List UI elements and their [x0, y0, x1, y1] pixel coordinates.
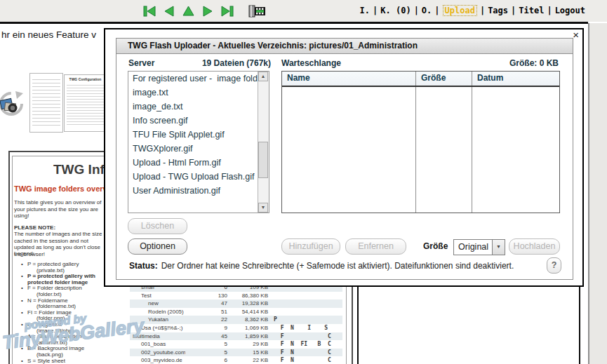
- info-intro-text: This table gives you an overview of your…: [14, 199, 108, 220]
- queue-label: Warteschlange: [281, 58, 341, 68]
- doc-thumbnail-2[interactable]: TWG Configuration: [64, 74, 107, 132]
- link-tags[interactable]: Tags: [488, 6, 508, 15]
- slideshow-icon[interactable]: [248, 4, 266, 18]
- separator: |: [508, 6, 519, 15]
- flash-uploader: TWG Flash Uploader - Aktuelles Verzeichn…: [116, 38, 573, 280]
- bullet: •: [21, 262, 23, 268]
- queue-col-date: [472, 87, 559, 213]
- link-logout[interactable]: Logout: [555, 6, 585, 15]
- legend-label: Legend:: [14, 250, 34, 257]
- server-header: Server 19 Dateien (767k): [128, 58, 271, 68]
- legend-item: •A = Album description(albuml/r.txt): [21, 334, 100, 346]
- table-row: 001_boas529 KB F N FI B C: [130, 340, 342, 349]
- file-list-item[interactable]: TFU File Split Applet.gif: [128, 128, 269, 142]
- table-row: 003_myvideo.de622 KB F N C: [130, 356, 342, 364]
- legend-item: •N = Foldername(foldername.txt): [21, 298, 100, 310]
- up-folder-icon[interactable]: [182, 6, 194, 17]
- server-label: Server: [128, 58, 154, 68]
- bullet: •: [21, 346, 23, 352]
- file-list-item[interactable]: Upload - TWG Upload Flash.gif: [128, 170, 269, 184]
- chevron-down-icon[interactable]: ▼: [492, 240, 505, 255]
- link-upload[interactable]: Upload: [443, 5, 477, 16]
- file-list-item[interactable]: For registered user - image fold: [128, 72, 269, 86]
- legend-item: •S = Style sheet(style.css): [21, 358, 100, 364]
- file-list-item[interactable]: User Administration.gif: [128, 184, 269, 198]
- file-list-item[interactable]: TWGXplorer.gif: [128, 142, 269, 156]
- queue-table-body: [282, 87, 559, 213]
- separator: |: [432, 6, 442, 15]
- size-label: Größe: [423, 241, 448, 251]
- upload-button[interactable]: Hochladen: [509, 238, 560, 255]
- bullet: •: [21, 298, 23, 304]
- first-image-icon[interactable]: [143, 6, 156, 17]
- queue-col-size: [415, 87, 472, 213]
- link-comments[interactable]: K. (0): [380, 6, 411, 15]
- status-bar: Status:Der Ordner hat keine Schreibrecht…: [129, 261, 540, 271]
- thumbnail-content: [32, 76, 60, 126]
- thumbnail-title: TWG Configuration: [65, 77, 106, 81]
- close-icon[interactable]: ×: [573, 29, 579, 40]
- legend-item: •P = protected gallery(private.txt): [21, 262, 100, 274]
- add-button[interactable]: Hinzufügen: [281, 238, 340, 255]
- top-toolbar: I.|K. (0)|O.|Upload|Tags|Titel|Logout: [0, 0, 607, 22]
- queue-col-name: [282, 87, 415, 213]
- table-row: Test13086,380 KB: [130, 292, 342, 300]
- bullet: •: [21, 274, 23, 280]
- bullet: •: [21, 322, 23, 328]
- table-row: Multimedia451,859 KB F C: [130, 332, 342, 341]
- column-size[interactable]: Größe: [415, 72, 472, 86]
- right-margin: [589, 23, 607, 364]
- queue-table: Name Größe Datum: [281, 71, 560, 213]
- nav-icons: [143, 4, 266, 18]
- separator: |: [370, 6, 380, 15]
- link-info[interactable]: I.: [360, 6, 370, 15]
- doc-thumbnail-1[interactable]: [29, 73, 63, 133]
- remove-button[interactable]: Enfernen: [345, 238, 406, 255]
- toolbar-divider: [0, 22, 588, 24]
- legend-item: •I = Image text(image.txt/php): [21, 322, 100, 334]
- table-row: Yukatan228,362 KBP: [130, 316, 342, 324]
- table-row: Rodeln (2005)5154,414 KB: [130, 308, 342, 316]
- folder-overview-table: small6109 KB Test13086,380 KB new4719,32…: [130, 283, 342, 364]
- column-name[interactable]: Name: [282, 72, 415, 86]
- page: I.|K. (0)|O.|Upload|Tags|Titel|Logout hr…: [0, 0, 607, 364]
- queue-header: Warteschlange Größe: 0 KB: [281, 58, 559, 68]
- thumbnail-content: [67, 83, 104, 126]
- scrollbar[interactable]: ▲ ▼: [258, 72, 269, 213]
- size-selected-value: Original: [454, 240, 492, 255]
- file-list-item[interactable]: Upload - Html Form.gif: [128, 156, 269, 170]
- size-select[interactable]: Original ▼: [453, 239, 505, 255]
- legend-item: •F = Folder description(folder.txt): [21, 285, 100, 297]
- next-image-icon[interactable]: [202, 6, 213, 17]
- toolbar-links: I.|K. (0)|O.|Upload|Tags|Titel|Logout: [360, 6, 585, 15]
- server-file-count: 19 Dateien (767k): [202, 58, 271, 68]
- right-margin-border: [588, 23, 589, 364]
- file-list-item[interactable]: image.txt: [128, 86, 269, 100]
- legend-list: •P = protected gallery(private.txt) •P =…: [21, 262, 100, 364]
- legend-item: •P = protected gallery with protected fo…: [21, 274, 100, 285]
- legend-item: •FI = Folder image(folder.png): [21, 310, 100, 322]
- table-row: new4719,328 KB: [130, 299, 342, 308]
- previous-image-icon[interactable]: [164, 6, 175, 17]
- separator: |: [544, 6, 554, 15]
- scroll-down-icon[interactable]: ▼: [258, 203, 268, 213]
- last-image-icon[interactable]: [221, 6, 234, 17]
- link-options[interactable]: O.: [422, 6, 432, 15]
- background-text-fragment: hr ein neues Feature v: [1, 29, 96, 40]
- queue-table-header: Name Größe Datum: [282, 72, 559, 87]
- link-titel[interactable]: Titel: [519, 6, 544, 15]
- file-list-item[interactable]: image_de.txt: [128, 100, 269, 114]
- status-label: Status:: [129, 261, 158, 271]
- column-date[interactable]: Datum: [472, 72, 559, 86]
- bullet: •: [21, 334, 23, 340]
- help-button[interactable]: ?: [547, 257, 561, 274]
- table-row: 002_youtube.com515 KB F N C: [130, 349, 342, 357]
- bullet: •: [21, 285, 23, 292]
- file-list-item[interactable]: Info screen.gif: [128, 114, 269, 128]
- bullet: •: [21, 310, 23, 316]
- scrollbar-thumb[interactable]: [258, 142, 268, 178]
- scroll-up-icon[interactable]: ▲: [258, 72, 268, 81]
- server-file-list: For registered user - image fold image.t…: [128, 71, 269, 213]
- options-button[interactable]: Optionen: [128, 238, 187, 255]
- delete-button[interactable]: Löschen: [128, 218, 187, 234]
